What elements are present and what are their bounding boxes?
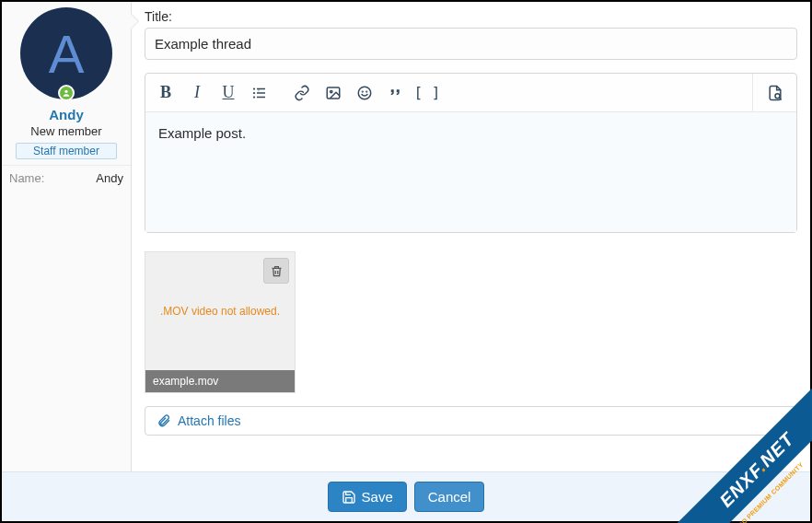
emoji-button[interactable] — [350, 75, 379, 111]
svg-rect-4 — [257, 92, 265, 94]
svg-point-9 — [358, 87, 371, 99]
svg-point-10 — [362, 91, 363, 92]
link-button[interactable] — [287, 75, 317, 111]
save-label: Save — [362, 489, 393, 505]
code-button[interactable]: [ ] — [412, 75, 442, 111]
quote-button[interactable] — [381, 75, 411, 111]
svg-point-11 — [366, 91, 367, 92]
attachment-tile: .MOV video not allowed. example.mov — [145, 251, 296, 393]
list-button[interactable] — [245, 75, 274, 111]
save-icon — [342, 490, 356, 505]
svg-point-8 — [331, 90, 332, 92]
italic-button[interactable]: I — [182, 75, 212, 111]
editor-toolbar: B I U [ ] — [145, 74, 796, 112]
underline-button[interactable]: U — [214, 75, 243, 111]
title-input[interactable] — [145, 28, 797, 60]
image-button[interactable] — [319, 75, 348, 111]
attach-files-label: Attach files — [178, 413, 240, 428]
avatar-initial: A — [49, 23, 85, 85]
svg-point-0 — [64, 90, 67, 93]
name-row: Name: Andy — [2, 165, 131, 185]
avatar[interactable]: A — [20, 7, 112, 99]
svg-point-5 — [253, 96, 255, 98]
svg-point-12 — [775, 93, 780, 98]
footer-actions: Save Cancel — [2, 471, 810, 521]
svg-rect-6 — [257, 96, 265, 98]
editor-body[interactable]: Example post. — [145, 112, 796, 232]
attachment-filename: example.mov — [145, 370, 295, 392]
svg-point-1 — [253, 87, 255, 89]
paperclip-icon — [157, 413, 171, 428]
cancel-button[interactable]: Cancel — [414, 482, 485, 512]
online-status-icon — [58, 85, 75, 101]
username-link[interactable]: Andy — [49, 107, 84, 122]
user-rank: New member — [30, 124, 101, 138]
svg-point-3 — [253, 91, 255, 93]
speech-arrow — [131, 13, 139, 29]
delete-attachment-button[interactable] — [263, 258, 289, 284]
preview-button[interactable] — [752, 74, 796, 112]
save-button[interactable]: Save — [328, 482, 407, 512]
name-label: Name: — [9, 171, 44, 185]
attach-files-button[interactable]: Attach files — [145, 406, 797, 436]
name-value: Andy — [96, 171, 123, 185]
attachment-error: .MOV video not allowed. — [160, 305, 280, 318]
user-sidebar: A Andy New member Staff member Name: And… — [2, 2, 132, 471]
cancel-label: Cancel — [428, 489, 471, 505]
bold-button[interactable]: B — [151, 75, 180, 111]
title-label: Title: — [145, 9, 797, 24]
editor: B I U [ ] Example post. — [145, 73, 797, 233]
staff-badge: Staff member — [16, 143, 117, 159]
